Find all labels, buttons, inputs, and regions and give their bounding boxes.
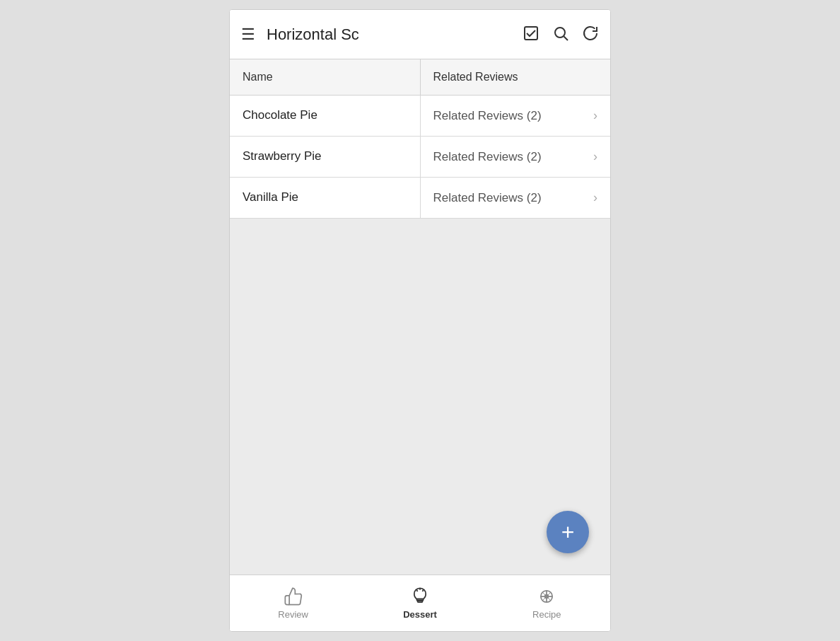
table-row[interactable]: Vanilla Pie Related Reviews (2) › — [230, 178, 610, 219]
table-row[interactable]: Chocolate Pie Related Reviews (2) › — [230, 96, 610, 137]
search-icon[interactable] — [552, 25, 569, 45]
row-name: Chocolate Pie — [230, 96, 421, 136]
svg-line-2 — [564, 36, 568, 40]
chevron-right-icon: › — [593, 108, 597, 123]
add-button[interactable]: + — [547, 511, 589, 553]
plus-icon: + — [561, 521, 575, 543]
phone-container: ☰ Horizontal Sc — [229, 9, 611, 632]
row-name: Strawberry Pie — [230, 137, 421, 177]
svg-point-1 — [555, 28, 565, 37]
table-header: Name Related Reviews — [230, 59, 610, 96]
nav-item-dessert[interactable]: Dessert — [356, 575, 483, 631]
chevron-right-icon: › — [593, 149, 597, 164]
table-row[interactable]: Strawberry Pie Related Reviews (2) › — [230, 137, 610, 178]
chevron-right-icon: › — [593, 190, 597, 205]
column-header-reviews: Related Reviews — [421, 59, 611, 95]
header: ☰ Horizontal Sc — [230, 10, 610, 59]
nav-item-recipe[interactable]: Recipe — [484, 575, 610, 631]
row-reviews[interactable]: Related Reviews (2) › — [421, 137, 611, 177]
column-header-name: Name — [230, 59, 421, 95]
nav-label-review: Review — [278, 609, 308, 620]
svg-point-11 — [545, 595, 549, 599]
svg-line-7 — [422, 590, 423, 591]
nav-label-recipe: Recipe — [532, 609, 561, 620]
svg-line-6 — [416, 590, 417, 591]
recipe-icon — [537, 587, 556, 606]
row-name: Vanilla Pie — [230, 178, 421, 218]
table-body: Chocolate Pie Related Reviews (2) › Stra… — [230, 96, 610, 574]
row-reviews[interactable]: Related Reviews (2) › — [421, 178, 611, 218]
bottom-nav: Review Dessert Recipe — [230, 574, 610, 631]
nav-item-review[interactable]: Review — [230, 575, 356, 631]
header-icons — [523, 25, 599, 45]
checkbox-icon[interactable] — [523, 25, 539, 45]
svg-rect-0 — [525, 27, 537, 40]
thumbs-up-icon — [284, 587, 303, 606]
row-reviews[interactable]: Related Reviews (2) › — [421, 96, 611, 136]
header-title: Horizontal Sc — [267, 25, 523, 44]
nav-label-dessert: Dessert — [403, 609, 437, 620]
refresh-icon[interactable] — [582, 25, 599, 45]
menu-icon[interactable]: ☰ — [241, 27, 255, 42]
svg-rect-4 — [417, 601, 422, 602]
dessert-icon — [410, 587, 430, 606]
